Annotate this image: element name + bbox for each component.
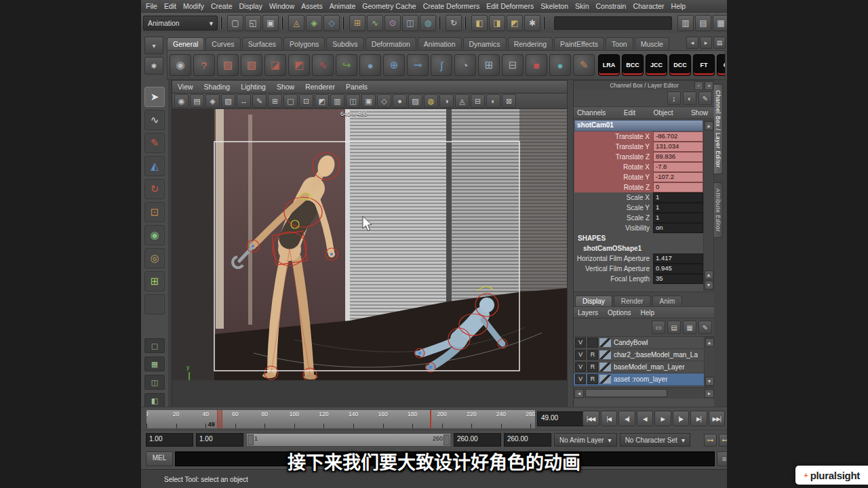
channel-value-field[interactable]: 1.417 [653, 253, 703, 264]
ik-spline-icon[interactable]: ∫ [431, 54, 452, 76]
layer-name[interactable]: char2_:baseModel_man_La [612, 351, 698, 359]
panel-title-bar[interactable]: Channel Box / Layer Editor ▫× [574, 81, 715, 90]
menu-item[interactable]: Create Deformers [420, 0, 483, 13]
new-empty-layer-icon[interactable]: ▭ [652, 321, 665, 334]
channel-name[interactable]: Scale Y [574, 204, 653, 211]
channel-name[interactable]: Visibility [574, 224, 653, 232]
shelf-tab[interactable]: Surfaces [242, 37, 282, 50]
channel-value-field[interactable]: 1 [653, 192, 703, 203]
channel-name[interactable]: Rotate X [574, 163, 653, 171]
shelf-tab[interactable]: General [167, 37, 204, 50]
shelf-custom-button[interactable]: JCC [646, 54, 667, 76]
scale-tool-icon[interactable]: ⊡ [144, 202, 165, 222]
close-panel-icon[interactable]: × [705, 81, 713, 90]
layout-persp-graph-icon[interactable]: ◧ [144, 393, 165, 408]
paint-selection-tool-icon[interactable]: ✎ [144, 133, 165, 153]
layer-row[interactable]: V R char2_:baseModel_man_La [574, 349, 705, 361]
playback-end-field[interactable]: 260.00 [454, 433, 501, 447]
rotate-tool-icon[interactable]: ↻ [144, 179, 165, 199]
layer-editor-tab[interactable]: Display [575, 296, 612, 306]
textured-icon[interactable]: ▨ [408, 94, 422, 108]
separator-grip[interactable] [220, 17, 224, 29]
channel-name[interactable]: Rotate Z [574, 184, 653, 191]
last-tool-icon[interactable] [144, 294, 165, 314]
render-settings-icon[interactable]: ✱ [524, 15, 540, 31]
select-hierarchy-icon[interactable]: ◬ [288, 15, 304, 31]
joint-tool-icon[interactable]: ⊕ [383, 54, 405, 76]
shelf-tab[interactable]: Rendering [508, 37, 553, 50]
play-forward-button[interactable]: ▶ [654, 411, 671, 426]
viewport-menu-item[interactable]: Panels [340, 83, 373, 91]
film-gate-icon[interactable]: ▢ [283, 94, 298, 108]
channel-speed-state-icon[interactable]: ◐ [683, 92, 696, 105]
menu-item[interactable]: Skin [572, 0, 592, 13]
channel-value-field[interactable]: 89.836 [653, 152, 703, 162]
snap-plane-icon[interactable]: ◫ [402, 15, 418, 31]
viewport-menu-item[interactable]: View [172, 83, 199, 91]
channel-value-field[interactable]: 35 [653, 274, 703, 284]
two-d-pan-zoom-icon[interactable]: ↔ [237, 94, 251, 108]
channel-name[interactable]: Scale X [574, 194, 653, 201]
shelf-tab[interactable]: Curves [205, 37, 240, 50]
snap-curve-icon[interactable]: ∿ [367, 15, 383, 31]
slate-icon[interactable]: ◪ [264, 54, 286, 76]
channel-box-menu-item[interactable]: Edit [624, 109, 635, 117]
channel-name[interactable]: Translate Y [574, 143, 653, 150]
menu-item[interactable]: Constrain [592, 0, 629, 13]
layer-row[interactable]: V CandyBowl [574, 337, 705, 349]
snap-grid-icon[interactable]: ⊞ [349, 15, 366, 31]
layer-renderable-toggle[interactable]: R [587, 374, 598, 384]
layer-visibility-toggle[interactable]: V [575, 338, 586, 348]
range-end-handle[interactable] [443, 434, 450, 445]
shelf-tab[interactable]: Muscle [635, 37, 669, 50]
show-tool-settings-icon[interactable]: ▤ [695, 15, 711, 31]
range-slider-bar[interactable]: 1 260 [246, 433, 451, 447]
separator-grip[interactable] [465, 17, 469, 29]
viewport-menu-item[interactable]: Show [271, 83, 300, 91]
clapperboard-icon[interactable]: ▨ [217, 54, 239, 76]
layer-renderable-toggle[interactable]: R [587, 362, 598, 372]
menu-item[interactable]: File [142, 0, 161, 13]
separator-grip[interactable] [342, 17, 347, 29]
open-render-view-icon[interactable]: ◧ [471, 15, 488, 31]
menu-item[interactable]: Animate [326, 0, 359, 13]
channel-box-menu-item[interactable]: Channels [577, 109, 606, 117]
xray-icon[interactable]: ◬ [455, 94, 469, 108]
shape-node-name[interactable]: shotCamOShape1 [574, 243, 703, 253]
menu-item[interactable]: Assets [298, 0, 326, 13]
scroll-down-icon[interactable]: ▼ [705, 281, 713, 289]
show-manipulator-icon[interactable]: ⊞ [144, 271, 165, 291]
shelf-custom-button[interactable]: LRA [598, 54, 620, 76]
layer-color-swatch[interactable] [599, 363, 611, 371]
renderer-toggle-icon[interactable]: ◐ [486, 94, 500, 108]
viewport-menu-item[interactable]: Lighting [235, 83, 271, 91]
node-icon[interactable]: ⊟ [502, 54, 524, 76]
layer-name[interactable]: asset :room_layer [612, 375, 667, 383]
scrollbar-thumb[interactable] [585, 389, 667, 397]
shadows-icon[interactable]: ◑ [439, 94, 454, 108]
layer-visibility-toggle[interactable]: V [575, 350, 586, 360]
select-component-icon[interactable]: ◇ [323, 15, 340, 31]
layer-row[interactable]: V R baseModel_man_Layer [574, 361, 705, 373]
layer-name[interactable]: CandyBowl [612, 339, 648, 346]
channel-box-menu-item[interactable]: Object [654, 109, 673, 117]
show-attribute-editor-icon[interactable]: ▥ [677, 15, 694, 31]
channel-name[interactable]: Rotate Y [574, 174, 653, 181]
layer-color-swatch[interactable] [599, 375, 611, 384]
play-backward-button[interactable]: ◀ [637, 411, 654, 426]
layout-persp-outliner-icon[interactable]: ◫ [144, 375, 165, 390]
menu-item[interactable]: Help [668, 0, 690, 13]
red-curve-icon[interactable]: ∿ [312, 54, 334, 76]
channel-value-field[interactable]: -7.8 [653, 162, 703, 172]
use-all-lights-icon[interactable]: ◍ [424, 94, 438, 108]
auto-keyframe-icon[interactable]: ⊶ [704, 434, 717, 447]
spray-icon[interactable]: ▧ [241, 54, 262, 76]
blue-sphere-icon[interactable]: ● [359, 54, 381, 76]
layer-visibility-toggle[interactable]: V [575, 362, 586, 372]
quick-selection-field[interactable] [554, 16, 672, 30]
anim-layer-dropdown[interactable]: No Anim Layer ▾ [554, 433, 617, 447]
channel-box-menu-item[interactable]: Show [691, 109, 708, 117]
layer-list-scrollbar[interactable]: ▲▼ [704, 337, 715, 387]
menu-item[interactable]: Create [208, 0, 236, 13]
layer-editor-tab[interactable]: Render [614, 296, 651, 306]
